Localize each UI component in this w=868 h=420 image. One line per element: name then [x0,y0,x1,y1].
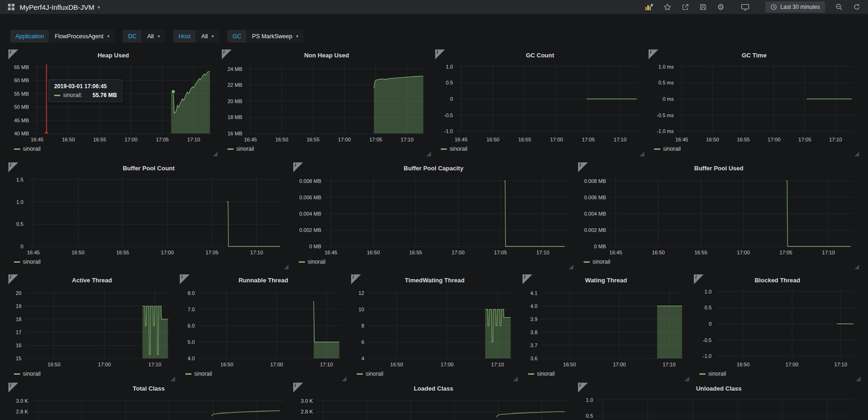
grafana-menu-icon[interactable] [7,3,15,11]
panel-info-icon[interactable] [180,274,190,284]
panel-chart[interactable]: 16:4516:5016:5517:0017:0517:1040 MB45 MB… [8,63,218,145]
panel-info-icon[interactable] [522,274,532,284]
panel-info-icon[interactable] [8,383,18,392]
panel-info-icon[interactable] [293,383,303,392]
panel-title[interactable]: Blocked Thread [694,274,861,287]
variable-value-dropdown[interactable]: All [141,30,165,42]
x-axis-tick-label: 17:00 [270,362,283,367]
panel-resize-handle[interactable] [213,152,218,156]
panel-info-icon[interactable] [293,162,303,172]
dashboard-dropdown-caret[interactable] [98,5,100,10]
panel-resize-handle[interactable] [854,152,859,156]
panel-chart[interactable]: 16:4516:5016:5517:0017:0517:100.008 MB0.… [293,175,574,258]
panel-info-icon[interactable] [222,49,232,59]
y-axis-tick-label: 3.9 [530,316,537,322]
panel-title[interactable]: Heap Used [8,49,218,62]
panel-info-icon[interactable] [8,162,18,172]
panel-title[interactable]: Runnable Thread [180,274,347,287]
variable-value-dropdown[interactable]: PS MarkSweep [247,30,303,42]
panel-chart[interactable]: 16:5017:0017:101210864 [351,287,518,370]
panel-title[interactable]: GC Time [649,49,860,62]
panel-legend: sinorail [528,371,555,377]
panel-info-icon[interactable] [578,162,588,172]
y-axis-tick-label: 10 [359,307,364,312]
panel-title[interactable]: Total Class [8,383,289,395]
panel-title[interactable]: TimedWating Thread [351,274,518,287]
panel-chart[interactable]: 16:5017:0017:108.07.06.05.04.0 [180,287,347,370]
panel-info-icon[interactable] [435,49,445,59]
panel-resize-handle[interactable] [856,377,861,381]
legend-series-label[interactable]: sinorail [537,371,555,377]
zoom-out-icon[interactable] [835,3,843,11]
panel-chart[interactable]: 16:4516:5016:5517:0017:0517:103.0 K2.8 K… [293,396,574,420]
time-range-button[interactable]: Last 30 minutes [765,1,825,13]
legend-series-label[interactable]: sinorail [23,146,41,152]
panel-chart[interactable]: 16:4516:5016:5517:0017:0517:101.51.00.50 [8,175,289,258]
panel-resize-handle[interactable] [854,265,859,269]
dashboard-title[interactable]: MyPerf4J-InfluxDB-JVM [20,3,94,11]
panel-title[interactable]: Non Heap Used [222,49,431,62]
variable-value-dropdown[interactable]: FlowProcessAgent [49,30,114,42]
legend-series-label[interactable]: sinorail [450,146,467,152]
panel-chart[interactable]: 16:5017:0017:104.14.03.93.83.73.6 [522,287,690,370]
panel-chart[interactable]: 16:4516:5016:5517:0017:0517:101.00.50-0.… [435,63,645,145]
panel-unloaded-class: Unloaded Class16:4516:5016:5517:0017:051… [578,383,860,420]
x-axis-tick-label: 16:55 [116,250,129,255]
legend-series-label[interactable]: sinorail [23,371,41,377]
settings-icon[interactable]: ⚙ [717,3,724,11]
refresh-icon[interactable] [853,3,861,11]
legend-series-label[interactable]: sinorail [308,259,325,265]
star-icon[interactable] [663,3,671,11]
panel-resize-handle[interactable] [284,265,289,269]
variable-label[interactable]: GC [227,30,247,42]
panel-info-icon[interactable] [8,274,18,284]
panel-chart[interactable]: 16:4516:5016:5517:0017:0517:101.00.50-0.… [578,396,860,420]
panel-title[interactable]: Buffer Pool Used [578,162,860,175]
panel-resize-handle[interactable] [640,152,644,156]
add-panel-icon[interactable] [645,3,653,11]
panel-chart[interactable]: 16:4516:5016:5517:0017:0517:100.008 MB0.… [578,175,860,258]
legend-series-label[interactable]: sinorail [593,259,610,265]
panel-info-icon[interactable] [8,49,18,59]
legend-series-label[interactable]: sinorail [236,146,254,152]
panel-resize-handle[interactable] [342,377,346,381]
panel-chart[interactable]: 16:5017:0017:101.00.50-0.5-1.0 [694,287,861,370]
panel-title[interactable]: GC Count [435,49,645,62]
panel-title[interactable]: Active Thread [8,274,176,287]
x-axis-tick-label: 16:50 [652,250,665,255]
tv-icon[interactable] [741,3,749,11]
panel-info-icon[interactable] [578,383,588,392]
panel-chart[interactable]: 16:4516:5016:5517:0017:0517:103.0 K2.8 K… [8,396,289,420]
panel-resize-handle[interactable] [426,152,431,156]
variable-label[interactable]: Application [10,30,49,42]
variable-label[interactable]: Host [173,30,196,42]
share-icon[interactable] [682,3,689,11]
variable-value-dropdown[interactable]: All [196,30,219,42]
legend-series-label[interactable]: sinorail [23,259,41,265]
legend-series-label[interactable]: sinorail [366,371,383,377]
legend-series-label[interactable]: sinorail [708,371,726,377]
panel-chart[interactable]: 16:5017:0017:10201918171615 [8,287,176,370]
panel-title[interactable]: Loaded Class [293,383,574,395]
panel-title[interactable]: Unloaded Class [578,383,860,395]
graph-tooltip: 2019-03-01 17:06:45sinorail:55.76 MB [49,79,122,102]
panel-legend: sinorail [14,259,41,265]
variable-label[interactable]: DC [123,30,141,42]
legend-series-label[interactable]: sinorail [663,146,681,152]
panel-chart[interactable]: 16:4516:5016:5517:0017:0517:1016 MB18 MB… [222,63,431,145]
chevron-down-icon [107,34,109,39]
panel-title[interactable]: Buffer Pool Count [8,162,289,175]
panel-info-icon[interactable] [351,274,361,284]
panel-resize-handle[interactable] [685,377,689,381]
panel-chart[interactable]: 16:4516:5016:5517:0017:0517:101.0 ms0.5 … [649,63,860,145]
panel-resize-handle[interactable] [170,377,175,381]
save-icon[interactable] [699,3,707,11]
panel-resize-handle[interactable] [569,265,573,269]
panel-info-icon[interactable] [694,274,704,284]
panel-info-icon[interactable] [649,49,658,59]
panel-title[interactable]: Buffer Pool Capacity [293,162,574,175]
panel-resize-handle[interactable] [513,377,518,381]
panel-title[interactable]: Wating Thread [522,274,690,287]
legend-series-label[interactable]: sinorail [194,371,212,377]
y-axis-tick-label: 6 [361,339,364,345]
